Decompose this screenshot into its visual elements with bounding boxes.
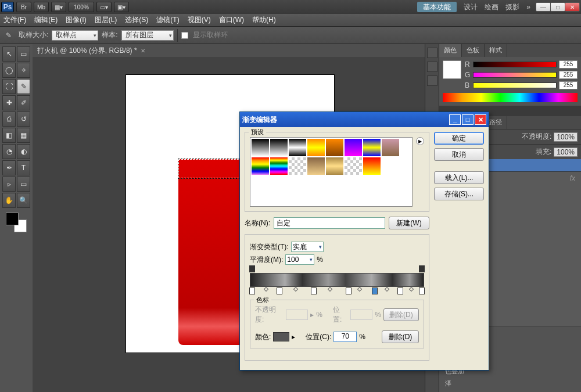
delete-opacity-stop: 删除(D) [383, 308, 419, 321]
save-button[interactable]: 存储(S)... [434, 188, 484, 200]
menu-layer[interactable]: 图层(L) [95, 15, 117, 25]
menu-image[interactable]: 图像(I) [66, 15, 86, 25]
shape-tool[interactable]: ▭ [17, 177, 30, 192]
close-doc-icon[interactable]: ✕ [141, 48, 145, 54]
menu-select[interactable]: 选择(S) [125, 15, 148, 25]
maximize-button[interactable]: □ [550, 2, 565, 12]
color-stop[interactable] [419, 287, 425, 294]
zoom-level[interactable]: 100% [69, 2, 94, 12]
opacity-value[interactable]: 100% [554, 132, 578, 142]
presets-menu-icon[interactable]: ▶ [416, 137, 424, 145]
eyedropper-tool[interactable]: ✎ [17, 79, 30, 94]
workspace-painting[interactable]: 绘画 [485, 2, 498, 12]
smooth-input[interactable]: 100 [285, 254, 314, 265]
workspace-essentials[interactable]: 基本功能 [417, 2, 457, 12]
effect-item[interactable]: 泽 [439, 377, 581, 390]
dialog-close[interactable]: ✕ [475, 114, 486, 125]
r-value[interactable]: 255 [559, 60, 578, 69]
dock-icon[interactable] [427, 48, 437, 58]
color-swatches[interactable] [2, 209, 30, 232]
history-tool[interactable]: ↺ [17, 112, 30, 127]
dock-icon[interactable] [427, 75, 437, 86]
lasso-tool[interactable]: ◯ [2, 63, 16, 78]
pen-tool[interactable]: ✒ [2, 160, 16, 175]
opacity-stop[interactable] [249, 265, 255, 272]
dialog-minimize[interactable]: _ [449, 114, 461, 125]
brush-tool[interactable]: ✐ [17, 95, 30, 110]
dialog-maximize[interactable]: □ [462, 114, 474, 125]
sample-size-label: 取样大小: [19, 30, 48, 40]
load-button[interactable]: 载入(L)... [434, 171, 484, 184]
panel-fg-swatch[interactable] [443, 60, 461, 79]
color-ramp[interactable] [443, 93, 578, 102]
move-tool[interactable]: ↖ [2, 46, 16, 62]
arrange-button[interactable]: ▭▾ [96, 2, 112, 12]
workspace-design[interactable]: 设计 [464, 2, 478, 12]
cancel-button[interactable]: 取消 [434, 148, 484, 161]
opacity-stop[interactable] [419, 265, 425, 272]
b-value[interactable]: 255 [559, 81, 578, 89]
tab-swatches[interactable]: 色板 [462, 44, 485, 57]
type-tool[interactable]: T [17, 160, 30, 175]
menu-edit[interactable]: 编辑(E) [34, 15, 58, 25]
color-stop-active[interactable] [372, 287, 378, 294]
stops-label: 色标 [254, 296, 271, 304]
minibridge-button[interactable]: Mb [34, 2, 49, 12]
pos2-field[interactable]: 70 [333, 332, 357, 342]
minimize-button[interactable]: — [536, 2, 551, 12]
sample-select[interactable]: 所有图层 [121, 30, 174, 41]
path-tool[interactable]: ▹ [2, 177, 16, 192]
delete-color-stop[interactable]: 删除(D) [382, 330, 419, 343]
gradtype-select[interactable]: 实底 [291, 242, 324, 252]
close-button[interactable]: ✕ [565, 2, 580, 12]
g-value[interactable]: 255 [559, 71, 578, 79]
eraser-tool[interactable]: ◧ [2, 128, 16, 143]
wand-tool[interactable]: ✧ [17, 63, 30, 78]
presets-list[interactable] [250, 137, 413, 207]
gradient-bar[interactable] [250, 273, 424, 287]
document-tab[interactable]: 打火机 @ 100% (分界, RGB/8) * ✕ [33, 44, 425, 57]
bridge-button[interactable]: Br [16, 2, 31, 12]
menu-help[interactable]: 帮助(H) [252, 15, 276, 25]
menu-file[interactable]: 文件(F) [3, 15, 26, 25]
b-slider[interactable] [473, 82, 557, 88]
dodge-tool[interactable]: ◐ [17, 144, 30, 159]
color-stop[interactable] [249, 287, 255, 294]
fg-swatch[interactable] [6, 213, 19, 225]
name-input[interactable] [274, 217, 385, 229]
color-stop[interactable] [346, 287, 352, 294]
marquee-tool[interactable]: ▭ [17, 46, 30, 62]
show-ring-checkbox[interactable] [181, 32, 188, 39]
crop-tool[interactable]: ⛶ [2, 79, 16, 94]
ok-button[interactable]: 确定 [434, 132, 484, 145]
gradient-tool[interactable]: ▦ [17, 128, 30, 143]
menu-view[interactable]: 视图(V) [188, 15, 211, 25]
zoom-tool[interactable]: 🔍 [17, 193, 30, 208]
tab-styles[interactable]: 样式 [485, 44, 507, 57]
blur-tool[interactable]: ◔ [2, 144, 16, 159]
r-slider[interactable] [473, 62, 557, 67]
workspace-photo[interactable]: 摄影 [505, 2, 519, 12]
g-slider[interactable] [473, 72, 557, 78]
dialog-titlebar[interactable]: 渐变编辑器 _ □ ✕ [240, 112, 489, 127]
tab-color[interactable]: 颜色 [439, 44, 462, 57]
fill-value[interactable]: 100% [554, 148, 578, 157]
workspace-more[interactable]: » [526, 3, 530, 11]
pos1-field [350, 310, 372, 320]
menu-filter[interactable]: 滤镜(T) [156, 15, 179, 25]
extras-button[interactable]: ▣▾ [114, 2, 129, 12]
dock-icon[interactable] [427, 62, 437, 72]
stop-color-swatch[interactable] [273, 332, 289, 341]
sample-size-select[interactable]: 取样点 [52, 30, 98, 41]
new-button[interactable]: 新建(W) [389, 217, 429, 229]
menu-window[interactable]: 窗口(W) [219, 15, 244, 25]
color-stop[interactable] [311, 287, 317, 294]
color-stop[interactable] [397, 287, 403, 294]
smooth-label: 平滑度(M): [250, 255, 283, 265]
eyedropper-icon: ✎ [2, 29, 15, 42]
color-stop[interactable] [277, 287, 282, 294]
heal-tool[interactable]: ✚ [2, 95, 16, 110]
screenmode-button[interactable]: ▦▾ [51, 2, 66, 12]
stamp-tool[interactable]: ⎙ [2, 112, 16, 127]
hand-tool[interactable]: ✋ [2, 193, 16, 208]
